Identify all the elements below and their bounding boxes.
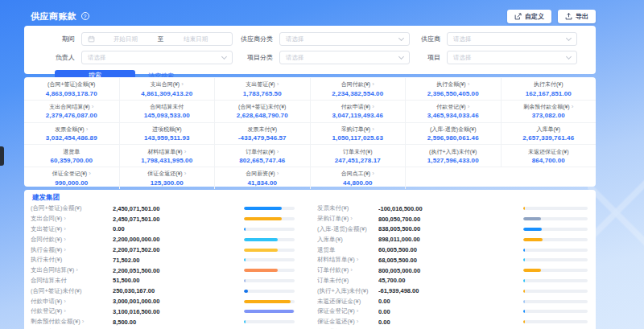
drill-down-chevron[interactable]: › (277, 81, 279, 88)
drill-down-chevron[interactable]: › (468, 104, 470, 110)
stat-cell[interactable]: 材料结算单(¥)›1,798,431,995.00 (120, 145, 215, 167)
detail-row-label[interactable]: 付款申请(¥) (31, 298, 62, 306)
drill-down-chevron[interactable]: › (64, 216, 66, 222)
stat-cell[interactable]: 合同付款(¥)›2,234,382,554.00 (311, 78, 406, 101)
stat-cell[interactable]: 支出合同结算(¥)›2,379,476,087.00 (24, 101, 119, 123)
drill-down-chevron[interactable]: › (277, 171, 279, 177)
detail-row-label[interactable]: 订单付款(¥) (317, 266, 349, 274)
project-label: 项目 (410, 53, 447, 62)
detail-row-bar-fill (244, 249, 278, 252)
stat-cell[interactable]: 发票金额(¥)›3,032,454,486.89 (24, 123, 119, 146)
detail-row-value: 3,000,001,000.00 (113, 298, 244, 305)
customize-button[interactable]: 自定义 (507, 10, 551, 23)
detail-row-value: 800,005,000.00 (378, 267, 523, 274)
detail-row-bar (523, 269, 588, 272)
drill-down-chevron[interactable]: › (350, 216, 353, 222)
drill-down-chevron[interactable]: › (357, 308, 359, 315)
detail-row-label: 订单未付(¥) (317, 277, 349, 285)
detail-row-label[interactable]: 执行金额(¥) (31, 246, 62, 254)
detail-row-value: 68,005,500.00 (378, 257, 523, 264)
drill-down-chevron[interactable]: › (64, 308, 66, 315)
help-icon[interactable]: ? (81, 12, 89, 20)
stat-label: 支出合同结算(¥) (49, 103, 90, 111)
stat-cell[interactable]: 支出签证(¥)›1,783,765.50 (215, 78, 310, 101)
drill-down-chevron[interactable]: › (372, 104, 374, 110)
stat-value: 990,000.00 (55, 179, 88, 187)
stat-cell[interactable]: 合同点工(¥)›44,800.00 (311, 167, 406, 189)
stat-cell[interactable]: 执行金额(¥)›2,396,550,405.00 (406, 78, 501, 101)
drill-down-chevron[interactable]: › (92, 104, 94, 110)
stat-value: 125,300.00 (151, 179, 184, 187)
drill-down-chevron[interactable]: › (468, 81, 470, 88)
drill-down-chevron[interactable]: › (181, 81, 184, 88)
stat-value: 4,863,093,178.70 (46, 90, 97, 97)
stat-cell[interactable]: 保证金返还(¥)›125,300.00 (120, 167, 215, 189)
detail-row-bar-fill (244, 217, 282, 220)
stat-cell[interactable]: 支出合同(¥)›4,861,309,413.20 (120, 78, 215, 101)
detail-row-label[interactable]: 合同付款(¥) (31, 236, 62, 244)
supplier-category-select[interactable]: 请选择 (279, 32, 410, 46)
stat-cell[interactable]: 付款登记(¥)›3,465,934,033.46 (406, 101, 501, 123)
detail-row: 发票未付(¥)-100,016,500.00 (317, 204, 589, 214)
stat-cell[interactable]: 付款申请(¥)›3,047,119,493.46 (311, 101, 406, 123)
group-title[interactable]: 建发集团 (31, 193, 589, 202)
detail-row-label[interactable]: 付款登记(¥) (31, 307, 62, 315)
stat-cell[interactable]: 剩余预付款金额(¥)›373,082.00 (502, 101, 597, 123)
owner-select[interactable]: 请选择 (81, 51, 233, 64)
drill-down-chevron[interactable]: › (64, 236, 66, 243)
drill-down-chevron[interactable]: › (64, 226, 66, 232)
collapsed-sidebar-handle[interactable] (0, 146, 4, 166)
stat-label: 付款申请(¥) (341, 103, 371, 111)
detail-row-label[interactable]: 支出合同结算(¥) (31, 266, 74, 274)
detail-row-bar (523, 217, 588, 220)
detail-row-label[interactable]: 材料结算单(¥) (317, 256, 355, 264)
stat-cell: (入库-退货)金额(¥)2,596,980,061.46 (406, 123, 501, 146)
stat-cell[interactable]: 订单付款(¥)›802,665,747.46 (215, 145, 310, 167)
detail-row: 入库单(¥)898,011,000.00 (317, 234, 589, 245)
drill-down-chevron[interactable]: › (357, 319, 359, 325)
drill-down-chevron[interactable]: › (86, 126, 89, 133)
detail-row: 剩余预付款金额(¥)›8,500.00 (31, 317, 303, 327)
stat-cell[interactable]: 采购订单(¥)›1,050,117,025.63 (311, 123, 406, 146)
project-category-select[interactable]: 请选择 (279, 51, 410, 64)
detail-row-label: (入库-退货)金额(¥) (317, 225, 367, 233)
project-select[interactable]: 请选择 (447, 51, 577, 64)
detail-row-label[interactable]: 支出合同(¥) (31, 215, 62, 223)
drill-down-chevron[interactable]: › (76, 267, 78, 273)
date-range-input[interactable]: 开始日期 至 结束日期 (81, 32, 233, 46)
detail-row-label[interactable]: 剩余预付款金额(¥) (31, 318, 80, 326)
supplier-select[interactable]: 请选择 (447, 32, 577, 46)
project-category-label: 项目分类 (233, 53, 279, 62)
drill-down-chevron[interactable]: › (372, 81, 374, 88)
detail-row-label[interactable]: 采购订单(¥) (317, 215, 349, 223)
detail-row-bar-fill (523, 279, 525, 282)
drill-down-chevron[interactable]: › (184, 149, 187, 155)
stat-label: 退货单 (63, 148, 80, 156)
detail-row-label: 发票未付(¥) (317, 204, 349, 212)
detail-row-label[interactable]: 保证金返还(¥) (317, 318, 355, 326)
drill-down-chevron[interactable]: › (82, 319, 85, 325)
detail-row-value: 0.00 (378, 308, 523, 315)
drill-down-chevron[interactable]: › (350, 267, 353, 273)
stat-cell[interactable]: 合同薪资(¥)›41,834.00 (215, 167, 310, 189)
detail-row-bar (523, 310, 588, 313)
stat-label: 合同点工(¥) (341, 170, 371, 178)
drill-down-chevron[interactable]: › (572, 104, 574, 110)
stat-cell[interactable]: 保证金登记(¥)›990,000.00 (24, 167, 119, 189)
detail-row-label[interactable]: 支出签证(¥) (31, 225, 62, 233)
drill-down-chevron[interactable]: › (64, 298, 66, 305)
drill-down-chevron[interactable]: › (357, 257, 359, 263)
drill-down-chevron[interactable]: › (64, 247, 66, 253)
drill-down-chevron[interactable]: › (277, 149, 279, 155)
detail-row-label[interactable]: 保证金登记(¥) (317, 307, 355, 315)
export-button[interactable]: 导出 (558, 10, 596, 23)
drill-down-chevron[interactable]: › (372, 171, 374, 177)
drill-down-chevron[interactable]: › (184, 171, 187, 177)
drill-down-chevron[interactable]: › (372, 126, 374, 133)
detail-row-bar (523, 228, 588, 231)
detail-row-value: 2,200,071,502.00 (113, 246, 244, 253)
stat-label: 执行金额(¥) (436, 80, 466, 88)
drill-down-chevron[interactable]: › (89, 171, 91, 177)
detail-row-bar (244, 228, 295, 231)
stat-cell: (合同+签证)未付(¥)2,628,648,790.70 (215, 101, 310, 123)
